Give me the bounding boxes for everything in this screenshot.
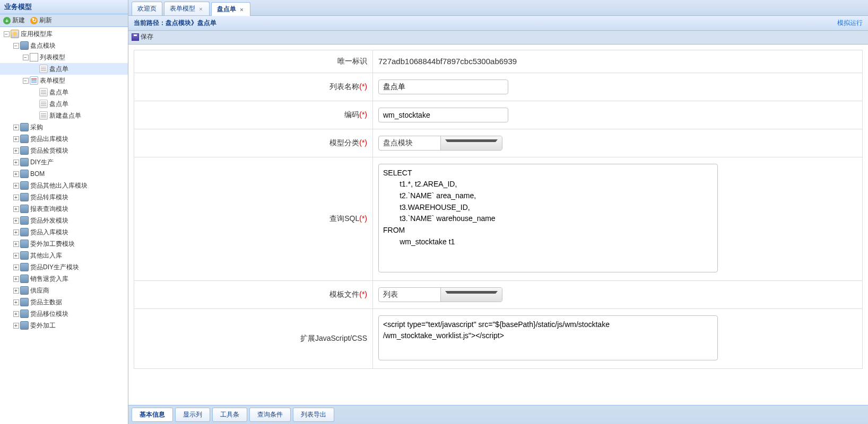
form-body: 唯一标识 727adb1068844bf7897cbc5300ab6939 列表…	[128, 45, 868, 405]
expand-icon[interactable]: +	[13, 136, 19, 142]
bottom-tab-2[interactable]: 工具条	[212, 408, 247, 422]
tree-leaf-form[interactable]: 新建盘点单	[0, 110, 128, 121]
tree-node[interactable]: +销售退货入库	[0, 273, 128, 285]
bottom-tab-4[interactable]: 列表导出	[293, 408, 334, 422]
tree-node[interactable]: +DIY生产	[0, 156, 128, 168]
tree-node[interactable]: +货品外发模块	[0, 215, 128, 226]
collapse-icon[interactable]: −	[23, 78, 29, 84]
bundle-icon	[30, 53, 38, 61]
expand-icon[interactable]: +	[13, 229, 19, 235]
bottom-tab-3[interactable]: 查询条件	[249, 408, 291, 422]
textarea-sql[interactable]	[378, 164, 718, 272]
tree-label: 货品移位模块	[30, 308, 68, 319]
expand-icon[interactable]: +	[13, 125, 19, 130]
sidebar: 业务模型 +新建 ↻刷新 −应用模型库 −盘点模块 −列表模型	[0, 0, 128, 424]
save-button[interactable]: 保存	[132, 32, 153, 41]
bottom-tab-1[interactable]: 显示列	[175, 408, 210, 422]
expand-icon[interactable]: +	[13, 323, 19, 329]
folder-icon	[20, 170, 29, 178]
bottom-tab-0[interactable]: 基本信息	[132, 408, 173, 422]
tree-node-list-model[interactable]: −列表模型	[0, 51, 128, 63]
expand-icon[interactable]: +	[13, 218, 19, 224]
expand-icon[interactable]: +	[13, 311, 19, 317]
folder-icon	[20, 263, 29, 271]
label-jscss: 扩展JavaScript/CSS	[134, 308, 373, 368]
tree-leaf-form[interactable]: 盘点单	[0, 98, 128, 110]
folder-icon	[20, 41, 29, 50]
expand-icon[interactable]: +	[13, 299, 19, 305]
refresh-button[interactable]: ↻刷新	[30, 16, 52, 25]
expand-icon[interactable]: +	[13, 264, 19, 270]
tree-label: 货品入库模块	[30, 227, 68, 237]
input-name[interactable]	[378, 80, 508, 94]
tree-node[interactable]: +货品主数据	[0, 296, 128, 308]
new-button[interactable]: +新建	[3, 16, 25, 25]
label-template: 模板文件(*)	[134, 280, 373, 308]
folder-icon	[20, 123, 29, 131]
select-template[interactable]: 列表	[378, 287, 502, 302]
expand-icon[interactable]: +	[13, 195, 19, 200]
refresh-icon: ↻	[30, 17, 38, 24]
textarea-jscss[interactable]	[378, 315, 718, 360]
expand-icon[interactable]: +	[13, 241, 19, 247]
tree-node[interactable]: +货品其他出入库模块	[0, 180, 128, 191]
tree-label: 货品主数据	[30, 297, 62, 307]
folder-icon	[20, 240, 29, 248]
tree-leaf-list[interactable]: 盘点单	[0, 63, 128, 75]
tree-label: 供应商	[30, 285, 49, 296]
tree-node[interactable]: +委外加工费模块	[0, 238, 128, 250]
expand-icon[interactable]: +	[13, 160, 19, 165]
tree-node[interactable]: +货品捡货模块	[0, 145, 128, 156]
tree-label: 货品转库模块	[30, 192, 68, 202]
tree-node[interactable]: +委外加工	[0, 320, 128, 331]
tab-欢迎页[interactable]: 欢迎页	[132, 2, 162, 15]
save-label: 保存	[141, 32, 153, 41]
tree-node[interactable]: +货品入库模块	[0, 226, 128, 238]
select-category[interactable]: 盘点模块	[378, 136, 502, 151]
doc-icon	[39, 88, 48, 96]
tree-node[interactable]: +采购	[0, 121, 128, 133]
expand-icon[interactable]: +	[13, 288, 19, 294]
tree-node-form-model[interactable]: −表单模型	[0, 75, 128, 86]
folder-icon	[20, 158, 29, 166]
select-value: 盘点模块	[379, 136, 440, 150]
tree-node[interactable]: +供应商	[0, 285, 128, 296]
label-name: 列表名称(*)	[134, 73, 373, 101]
tree-label: 货品DIY生产模块	[30, 262, 79, 272]
expand-icon[interactable]: +	[13, 183, 19, 189]
folder-icon	[20, 275, 29, 283]
tree-root[interactable]: −应用模型库	[0, 28, 128, 40]
collapse-icon[interactable]: −	[4, 31, 10, 37]
tree-node[interactable]: +BOM	[0, 168, 128, 180]
tab-表单模型[interactable]: 表单模型×	[164, 2, 210, 15]
tree-node[interactable]: +货品移位模块	[0, 308, 128, 320]
expand-icon[interactable]: +	[13, 148, 19, 154]
tree-node[interactable]: +其他出入库	[0, 250, 128, 261]
tree-label: 盘点单	[49, 64, 68, 74]
close-icon[interactable]: ×	[239, 6, 245, 12]
tree-node[interactable]: +货品DIY生产模块	[0, 261, 128, 273]
simulate-run-link[interactable]: 模拟运行	[837, 19, 863, 28]
collapse-icon[interactable]: −	[23, 55, 29, 60]
expand-icon[interactable]: +	[13, 276, 19, 282]
tree-node-inventory[interactable]: −盘点模块	[0, 40, 128, 51]
tree-node[interactable]: +报表查询模块	[0, 203, 128, 215]
label-sql: 查询SQL(*)	[134, 157, 373, 280]
tree-node[interactable]: +货品出库模块	[0, 133, 128, 145]
tree-node[interactable]: +货品转库模块	[0, 191, 128, 203]
folder-icon	[20, 298, 29, 306]
tree-label: 销售退货入库	[30, 273, 68, 284]
expand-icon[interactable]: +	[13, 171, 19, 177]
chevron-down-icon	[440, 136, 502, 150]
collapse-icon[interactable]: −	[13, 43, 19, 49]
tree-label: BOM	[30, 169, 45, 179]
input-code[interactable]	[378, 108, 508, 122]
tree-label: 货品出库模块	[30, 134, 68, 144]
expand-icon[interactable]: +	[13, 206, 19, 212]
sidebar-toolbar: +新建 ↻刷新	[0, 14, 128, 27]
tree-leaf-form[interactable]: 盘点单	[0, 86, 128, 98]
expand-icon[interactable]: +	[13, 253, 19, 259]
home-icon	[11, 30, 19, 38]
close-icon[interactable]: ×	[198, 6, 204, 12]
tab-盘点单[interactable]: 盘点单×	[211, 2, 250, 16]
